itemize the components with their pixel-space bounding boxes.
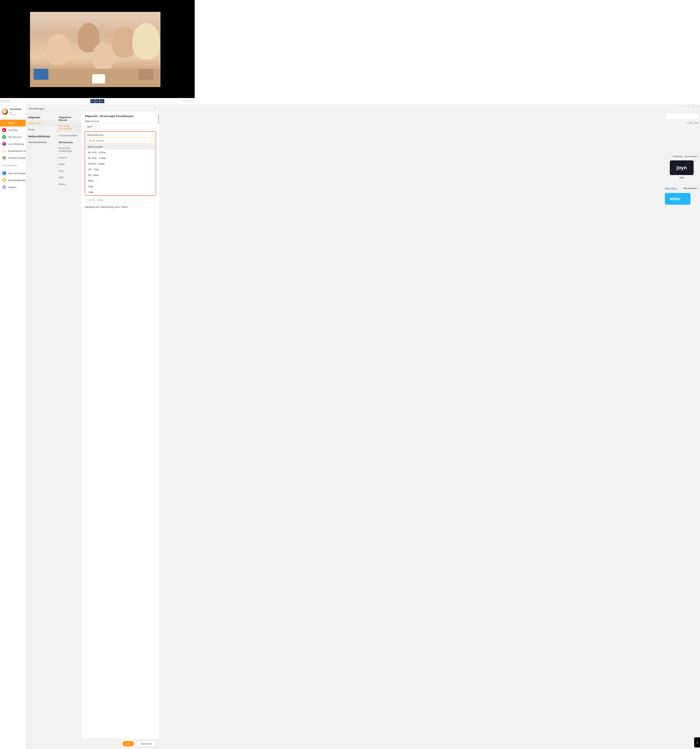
sidebar: Streamfab x6 6.1.9.5 ⌂Home ▶YouTube 🔑VIP… xyxy=(0,104,26,208)
resolution-option[interactable]: Beste Qualität xyxy=(86,144,155,150)
sidebar-item-label: Erwachsenen-Se xyxy=(8,150,26,152)
app-window: Streamfab x6 6.1.9.5 ⌂Home ▶YouTube 🔑VIP… xyxy=(0,104,195,208)
main-area: ⫯ ≡ — ☐ ✕ ⎘ URL einfü ✎ Bearbeit Alle An… xyxy=(26,104,195,208)
youtube-icon: ▶ xyxy=(2,128,6,132)
sidebar-item-label: DVDFab Produkt xyxy=(8,157,26,159)
check-frequency-label: Häufigkeit der Überprüfung neuer Videos xyxy=(85,206,156,208)
next-button[interactable]: ⏭ xyxy=(100,99,104,103)
category-heading-media: Medien-Bibliothek xyxy=(26,133,56,139)
downloading-icon: ↓ xyxy=(2,171,6,175)
scrollbar[interactable] xyxy=(158,114,159,124)
chevron-up-icon xyxy=(151,139,152,142)
subcategory-hulu[interactable]: Hulu xyxy=(56,168,81,174)
resolution-value: Beste Qualität xyxy=(89,139,104,142)
video-player-region: 0 00:00.000 ⏮ ▶ ⏭ 4:3 🕩 ⚙ ⛶ xyxy=(0,0,195,104)
fullscreen-icon[interactable]: ⛶ xyxy=(192,100,194,102)
brand-logo-icon xyxy=(2,109,8,115)
subcategory-disney[interactable]: Disney xyxy=(56,181,81,188)
resolution-option[interactable]: Full HD - 1080p xyxy=(86,161,155,167)
sidebar-item-home[interactable]: ⌂Home xyxy=(0,119,26,127)
library-header: Ihre Mediathek xyxy=(0,161,26,168)
covered-select-value: Full HD - 1080p xyxy=(87,199,104,202)
covered-select[interactable]: Full HD - 1080p xyxy=(85,197,156,203)
settings-icon[interactable]: ⚙ xyxy=(189,100,191,102)
sidebar-item-label: VIP-Services xyxy=(8,136,22,139)
sidebar-item-youtube[interactable]: ▶YouTube xyxy=(0,127,26,133)
modal-close-button[interactable]: × xyxy=(154,107,156,110)
settings-subcategory-list: Allgemeine Dienste Bevorzugte Einstellun… xyxy=(56,112,81,208)
subcategory-amazon[interactable]: Amazon xyxy=(56,154,81,161)
sidebar-item-label: Home xyxy=(8,122,14,125)
video-format-label: Video-Format xyxy=(85,120,156,122)
resolution-option[interactable]: HD - 720p xyxy=(86,167,155,172)
chevron-right-icon: ▸ xyxy=(78,126,79,128)
downloaded-icon: 📄 xyxy=(2,178,6,182)
sidebar-item-label: Heruntergeladen xyxy=(8,179,26,182)
sidebar-item-adult[interactable]: 18Erwachsenen-Se xyxy=(0,147,26,154)
resolution-option[interactable]: 360p xyxy=(86,178,155,183)
sidebar-item-label: Geplant xyxy=(8,186,17,189)
sidebar-item-label: Live Streaming xyxy=(8,143,24,145)
brand-suffix: x6 xyxy=(10,112,12,113)
dvdfab-icon: ◉ xyxy=(2,156,6,160)
subcategory-heading-general-services: Allgemeine Dienste xyxy=(56,114,81,122)
subcategory-preferred-settings[interactable]: Bevorzugte Einstellungen▸ xyxy=(56,122,81,132)
sidebar-item-livestreaming[interactable]: 📺Live Streaming xyxy=(0,141,26,147)
category-proxy[interactable]: Proxy xyxy=(26,126,56,133)
resolution-option[interactable]: 240p xyxy=(86,183,155,189)
play-button[interactable]: ▶ xyxy=(95,99,100,103)
resolution-option[interactable]: 144p xyxy=(86,189,155,195)
resolution-option[interactable]: 4K UHD - 2160p xyxy=(86,155,155,161)
live-icon: 📺 xyxy=(2,142,6,146)
volume-icon[interactable]: 🕩 xyxy=(186,100,188,102)
brand: Streamfab x6 6.1.9.5 xyxy=(0,105,26,118)
sidebar-item-downloaded[interactable]: 📄Heruntergeladen xyxy=(0,177,26,183)
resolution-option[interactable]: SD - 480p xyxy=(86,172,155,178)
vip-icon: 🔑 xyxy=(2,135,6,139)
resolution-options-list: Beste Qualität 8K UHD - 4320p 4K UHD - 2… xyxy=(86,144,155,195)
video-frame xyxy=(30,0,161,98)
player-controls: 0 00:00.000 ⏮ ▶ ⏭ 4:3 🕩 ⚙ ⛶ xyxy=(0,98,195,104)
settings-panel: Allgemein - Bevorzugte Einstellungen Vid… xyxy=(81,112,159,208)
sidebar-item-vip[interactable]: 🔑VIP-Services xyxy=(0,133,26,141)
sidebar-item-label: YouTube xyxy=(8,129,17,131)
player-timecode: 0 00:00.000 xyxy=(0,100,10,102)
subcategory-netflix[interactable]: Netflix xyxy=(56,161,81,168)
modal-title: Einstellungen xyxy=(29,107,44,110)
subcategory-vip-preferred[interactable]: Bevorzugte Einstellungen xyxy=(56,145,81,154)
home-icon: ⌂ xyxy=(2,121,6,125)
brand-version: 6.1.9.5 xyxy=(10,114,24,116)
brand-name: Streamfab xyxy=(10,108,21,110)
sidebar-item-downloading[interactable]: ↓Wird Heruntergel xyxy=(0,170,26,177)
aspect-ratio-label: 4:3 xyxy=(182,100,185,102)
sidebar-item-dvdfab[interactable]: ◉DVDFab Produkt xyxy=(0,154,26,161)
video-format-select[interactable]: MP4 ▾ xyxy=(85,124,156,130)
subcategory-youtube-websites[interactable]: YouTube-Websites xyxy=(56,132,81,139)
panel-title: Allgemein - Bevorzugte Einstellungen xyxy=(85,115,156,118)
category-preferences[interactable]: Präferenzen xyxy=(26,120,56,126)
resolution-option[interactable]: 8K UHD - 4320p xyxy=(86,150,155,155)
video-thumbnail xyxy=(30,12,161,87)
scheduled-icon: 📅 xyxy=(2,185,6,189)
settings-category-list: Allgemein Präferenzen Proxy Medien-Bibli… xyxy=(26,112,56,208)
chevron-down-icon: ▾ xyxy=(153,126,154,128)
category-heading-general: Allgemein xyxy=(26,114,56,120)
category-postprocessing[interactable]: Nachbearbeitung xyxy=(26,139,56,145)
subcategory-hbo[interactable]: HBO xyxy=(56,174,81,181)
prev-button[interactable]: ⏮ xyxy=(90,99,95,103)
resolution-label: Videoauflösung xyxy=(87,133,154,136)
adult-icon: 18 xyxy=(2,149,6,153)
sidebar-item-label: Wird Heruntergel xyxy=(8,172,26,175)
resolution-select[interactable]: Beste Qualität xyxy=(87,138,154,144)
sidebar-item-scheduled[interactable]: 📅Geplant xyxy=(0,183,26,191)
video-format-value: MP4 xyxy=(87,125,92,128)
resolution-highlight-box: Videoauflösung Beste Qualität Beste Qual… xyxy=(85,131,156,196)
subcategory-heading-vip: VIP-Services xyxy=(56,139,81,145)
settings-modal: Einstellungen × Allgemein Präferenzen Pr… xyxy=(26,104,159,208)
